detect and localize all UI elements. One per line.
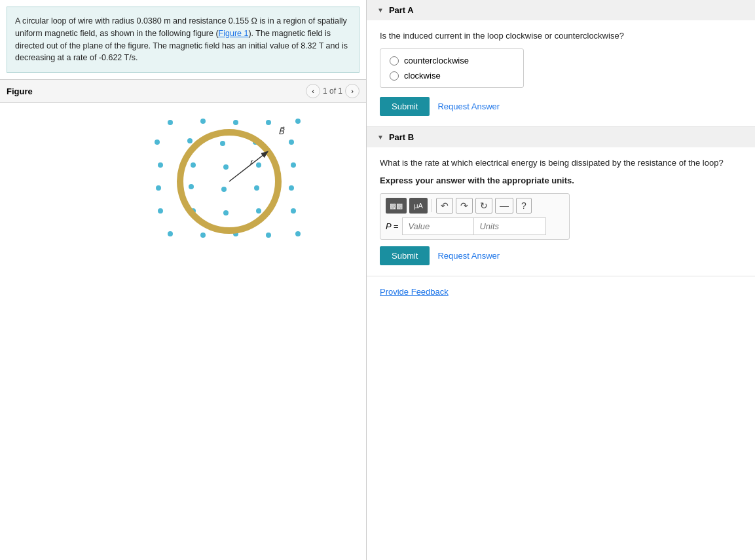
- svg-point-12: [223, 164, 229, 170]
- svg-point-0: [168, 120, 173, 125]
- svg-point-5: [155, 140, 160, 145]
- svg-point-6: [187, 138, 193, 143]
- part-a-submit-button[interactable]: Submit: [380, 97, 430, 116]
- svg-point-10: [158, 162, 163, 168]
- toolbar-ua-button[interactable]: μA: [409, 198, 428, 214]
- p-label: P =: [386, 221, 398, 231]
- svg-point-7: [220, 141, 225, 146]
- math-toolbar: ▩▩ μA ↶ ↷ ↻ ―: [380, 193, 570, 240]
- r-label: r: [250, 157, 253, 167]
- part-a-request-answer-button[interactable]: Request Answer: [437, 102, 500, 111]
- figure-svg: r B⃗: [59, 109, 308, 253]
- part-b-action-row: Submit Request Answer: [380, 246, 742, 265]
- feedback-link[interactable]: Provide Feedback: [367, 276, 755, 307]
- svg-point-14: [291, 162, 296, 168]
- part-a-section: ▼ Part A Is the induced current in the l…: [367, 0, 755, 127]
- toolbar-help-icon: ?: [521, 200, 526, 211]
- part-b-request-answer-button[interactable]: Request Answer: [437, 251, 500, 261]
- figure-header: Figure ‹ 1 of 1 ›: [0, 80, 366, 103]
- part-b-submit-button[interactable]: Submit: [380, 246, 430, 265]
- units-input[interactable]: [474, 217, 546, 235]
- toolbar-help-button[interactable]: ?: [516, 198, 532, 214]
- svg-point-29: [295, 231, 301, 236]
- svg-point-13: [256, 162, 261, 168]
- radio-ccw-label: counterclockwise: [404, 56, 469, 65]
- part-a-header[interactable]: ▼ Part A: [367, 0, 755, 20]
- b-label: B⃗: [278, 126, 285, 136]
- part-a-title: Part A: [389, 5, 414, 15]
- toolbar-undo-icon: ↶: [441, 200, 449, 211]
- svg-point-24: [291, 208, 296, 214]
- figure-nav: ‹ 1 of 1 ›: [306, 84, 359, 98]
- svg-point-17: [221, 187, 227, 192]
- toolbar-redo-icon: ↷: [460, 200, 468, 211]
- svg-point-23: [256, 208, 261, 214]
- svg-point-19: [289, 185, 294, 191]
- svg-point-9: [289, 140, 294, 145]
- radio-cw[interactable]: [390, 71, 399, 81]
- toolbar-reset-icon: ↻: [480, 200, 488, 211]
- toolbar-keyboard-icon: ―: [500, 200, 509, 211]
- part-b-header[interactable]: ▼ Part B: [367, 127, 755, 147]
- part-b-content: What is the rate at which electrical ene…: [367, 147, 755, 276]
- toolbar-redo-button[interactable]: ↷: [456, 198, 473, 214]
- svg-line-31: [229, 152, 267, 181]
- toolbar-matrix-icon: ▩▩: [390, 202, 403, 210]
- figure-label: Figure: [7, 86, 33, 96]
- svg-point-1: [200, 119, 206, 124]
- part-a-arrow: ▼: [377, 7, 384, 14]
- svg-point-18: [254, 185, 259, 191]
- part-b-bold-note: Express your answer with the appropriate…: [380, 176, 742, 185]
- radio-option-ccw[interactable]: counterclockwise: [390, 56, 514, 65]
- svg-point-20: [158, 208, 163, 214]
- svg-point-16: [189, 184, 194, 189]
- part-b-question: What is the rate at which electrical ene…: [380, 158, 742, 168]
- figure-page: 1 of 1: [323, 86, 342, 96]
- right-panel: ▼ Part A Is the induced current in the l…: [367, 0, 755, 560]
- input-row: P =: [386, 217, 564, 235]
- part-b-section: ▼ Part B What is the rate at which elect…: [367, 127, 755, 276]
- svg-point-4: [295, 119, 301, 124]
- part-a-action-row: Submit Request Answer: [380, 97, 742, 116]
- part-b-arrow: ▼: [377, 134, 384, 141]
- svg-point-2: [233, 120, 238, 125]
- svg-point-25: [168, 231, 173, 236]
- figure-prev-button[interactable]: ‹: [306, 84, 320, 98]
- value-input[interactable]: [402, 217, 474, 235]
- problem-text: A circular loop of wire with radius 0.03…: [7, 7, 359, 73]
- left-panel: A circular loop of wire with radius 0.03…: [0, 0, 367, 560]
- radio-cw-label: clockwise: [404, 71, 441, 81]
- part-a-radio-group: counterclockwise clockwise: [380, 48, 524, 88]
- svg-point-11: [191, 162, 196, 168]
- toolbar-ua-label: μA: [414, 202, 423, 210]
- part-a-question: Is the induced current in the loop clock…: [380, 31, 742, 41]
- toolbar-reset-button[interactable]: ↻: [475, 198, 492, 214]
- part-a-content: Is the induced current in the loop clock…: [367, 20, 755, 126]
- svg-point-22: [223, 210, 229, 215]
- svg-point-3: [266, 120, 271, 125]
- figure-link[interactable]: Figure 1: [219, 29, 249, 38]
- figure-next-button[interactable]: ›: [345, 84, 359, 98]
- radio-ccw[interactable]: [390, 56, 399, 65]
- svg-point-26: [200, 233, 206, 238]
- figure-section: Figure ‹ 1 of 1 ›: [0, 79, 366, 560]
- toolbar-sep: [432, 199, 432, 212]
- figure-canvas: r B⃗: [0, 103, 366, 560]
- radio-option-cw[interactable]: clockwise: [390, 71, 514, 81]
- svg-point-28: [266, 233, 271, 238]
- toolbar-undo-button[interactable]: ↶: [436, 198, 453, 214]
- part-b-title: Part B: [389, 132, 414, 142]
- svg-point-15: [156, 185, 161, 191]
- toolbar-row: ▩▩ μA ↶ ↷ ↻ ―: [386, 198, 564, 214]
- toolbar-keyboard-button[interactable]: ―: [495, 198, 513, 214]
- toolbar-matrix-button[interactable]: ▩▩: [386, 198, 407, 214]
